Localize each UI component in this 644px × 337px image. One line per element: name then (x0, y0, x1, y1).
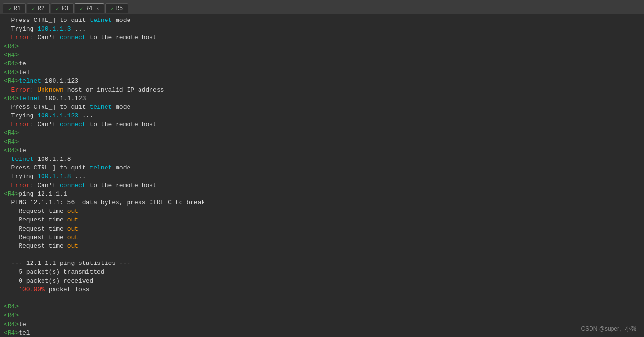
line-25: Request time out (4, 225, 640, 233)
tab-R5-check: ✓ (110, 6, 114, 12)
tab-R1-check: ✓ (8, 6, 11, 12)
line-26: Request time out (4, 233, 640, 242)
line-7: <R4>tel (4, 68, 640, 77)
tab-R2[interactable]: ✓ R2 (27, 3, 50, 13)
line-9: Error: Unknown host or invalid IP addres… (4, 86, 640, 95)
line-34: <R4> (4, 303, 640, 311)
line-22: PING 12.1.1.1: 56 data bytes, press CTRL… (4, 199, 640, 207)
tab-R4[interactable]: ✓ R4 ✕ (75, 3, 104, 13)
line-30: 5 packet(s) transmitted (4, 268, 640, 276)
line-31: 0 packet(s) received (4, 277, 640, 285)
tab-R3[interactable]: ✓ R3 (51, 3, 74, 13)
line-11: Press CTRL_] to quit telnet mode (4, 103, 640, 112)
line-29: --- 12.1.1.1 ping statistics --- (4, 259, 640, 268)
line-21: <R4>ping 12.1.1.1 (4, 190, 640, 199)
line-1: Press CTRL_] to quit telnet mode (4, 16, 640, 25)
line-12: Trying 100.1.1.123 ... (4, 112, 640, 120)
tab-R5[interactable]: ✓ R5 (105, 3, 128, 13)
tab-R4-label: R4 (86, 5, 92, 12)
terminal-container: Press CTRL_] to quit telnet mode Trying … (0, 14, 644, 337)
tab-R3-label: R3 (62, 5, 68, 12)
watermark: CSDN @super、小强 (581, 325, 636, 333)
line-24: Request time out (4, 216, 640, 224)
line-4: <R4> (4, 42, 640, 51)
line-16: <R4>te (4, 147, 640, 155)
line-13: Error: Can't connect to the remote host (4, 120, 640, 129)
line-18: Press CTRL_] to quit telnet mode (4, 164, 640, 172)
tab-R1[interactable]: ✓ R1 (3, 3, 26, 13)
line-28 (4, 251, 640, 259)
tab-R2-check: ✓ (32, 6, 35, 12)
line-27: Request time out (4, 242, 640, 251)
line-17: telnet 100.1.1.8 (4, 155, 640, 164)
line-5: <R4> (4, 51, 640, 60)
line-6: <R4>te (4, 60, 640, 68)
tab-bar: ✓ R1 ✓ R2 ✓ R3 ✓ R4 ✕ ✓ R5 (0, 0, 644, 14)
line-3: Error: Can't connect to the remote host (4, 33, 640, 42)
terminal-output[interactable]: Press CTRL_] to quit telnet mode Trying … (0, 14, 644, 337)
line-37: <R4>tel (4, 329, 640, 337)
tab-R2-label: R2 (38, 5, 44, 12)
tab-R4-close[interactable]: ✕ (96, 6, 99, 11)
tab-R5-label: R5 (116, 5, 123, 12)
line-20: Error: Can't connect to the remote host (4, 181, 640, 190)
line-36: <R4>te (4, 320, 640, 329)
tab-R4-check: ✓ (80, 6, 83, 12)
line-35: <R4> (4, 311, 640, 320)
line-8: <R4>telnet 100.1.123 (4, 77, 640, 85)
line-10: <R4>telnet 100.1.1.123 (4, 95, 640, 103)
line-33 (4, 294, 640, 303)
line-15: <R4> (4, 138, 640, 147)
tab-R1-label: R1 (14, 5, 21, 12)
line-14: <R4> (4, 129, 640, 137)
tab-R3-check: ✓ (56, 6, 59, 12)
line-23: Request time out (4, 207, 640, 216)
line-32: 100.00% packet loss (4, 285, 640, 294)
line-19: Trying 100.1.1.8 ... (4, 172, 640, 181)
line-2: Trying 100.1.1.3 ... (4, 25, 640, 33)
